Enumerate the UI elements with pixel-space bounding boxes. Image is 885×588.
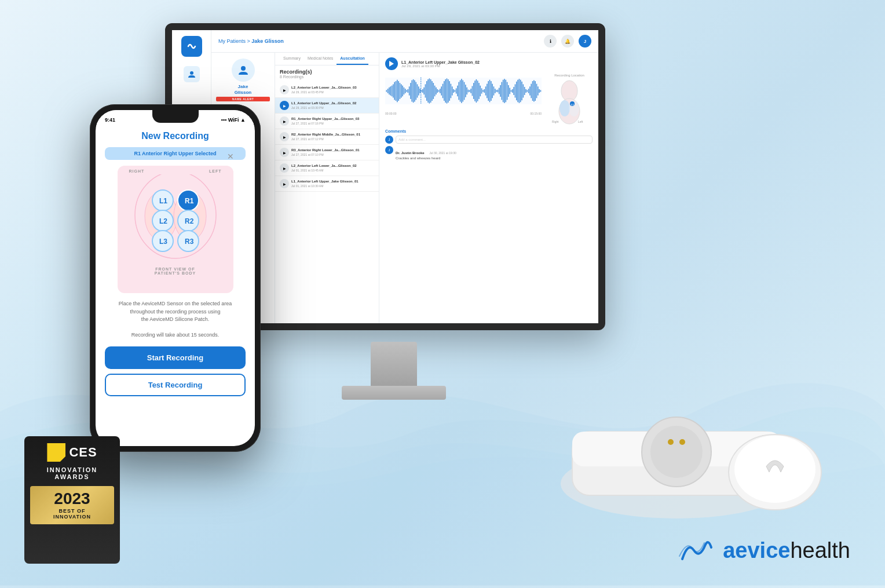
phone-signal-icons: ▪▪▪ WiFi ▲ — [221, 117, 246, 123]
recording-item-1[interactable]: ▶ L2_Anterior Left Lower_Ja...Glisson_03… — [275, 82, 379, 98]
svg-rect-59 — [460, 80, 461, 101]
svg-rect-81 — [489, 80, 491, 103]
hardware-device — [549, 356, 850, 542]
recording-name-1: L2_Anterior Left Lower_Ja...Glisson_03 — [291, 86, 357, 90]
comment-input[interactable]: Add a comment... — [396, 136, 593, 144]
brand-name: aevicehealth — [723, 538, 850, 563]
breadcrumb-my-patients[interactable]: My Patients — [218, 38, 246, 44]
svg-text:R3: R3 — [185, 238, 194, 246]
recordings-count: 8 Recordings — [280, 75, 374, 79]
recording-item-5[interactable]: ▶ R3_Anterior Right Lower_Ja...Glisson_0… — [275, 145, 379, 160]
svg-rect-17 — [404, 87, 405, 94]
test-recording-button[interactable]: Test Recording — [105, 374, 246, 396]
chest-diagram-bg: RIGHT LEFT R1 — [118, 166, 233, 293]
recording-item-7[interactable]: ▶ L1_Anterior Left Upper_Jake Glisson_01… — [275, 176, 379, 192]
svg-rect-113 — [532, 81, 533, 101]
svg-rect-52 — [451, 84, 452, 98]
recording-icon-6: ▶ — [280, 163, 289, 173]
comment-body: Dr. Justin Brooke Jul 30, 2021 at 19:30 … — [396, 146, 593, 160]
recording-name-6: L2_Anterior Left Lower_Ja...Glisson_02 — [291, 164, 357, 169]
recordings-title: Recording(s) — [280, 69, 374, 75]
svg-rect-64 — [466, 87, 467, 94]
svg-marker-2 — [389, 61, 394, 67]
time-end: 00:15:00 — [531, 112, 542, 115]
svg-rect-56 — [456, 88, 457, 93]
patient-avatar — [232, 59, 255, 82]
year-text: 2023 — [32, 491, 112, 507]
start-recording-button[interactable]: Start Recording — [105, 346, 246, 369]
svg-rect-49 — [447, 78, 448, 103]
recordings-header: Recording(s) 8 Recordings — [275, 65, 379, 82]
info-icon[interactable]: ℹ — [544, 35, 557, 48]
bell-icon[interactable]: 🔔 — [561, 35, 574, 48]
play-button[interactable] — [385, 57, 398, 70]
svg-point-1 — [241, 66, 246, 71]
front-view-label: FRONT VIEW OFPATIENT'S BODY — [118, 267, 233, 280]
svg-rect-42 — [437, 89, 438, 93]
svg-rect-50 — [448, 79, 449, 103]
svg-rect-85 — [495, 89, 496, 93]
recording-date-5: Jul 27, 2021 at 07:10 PM — [291, 153, 360, 156]
app-content: Jake Glisson NAME ALERT Patient's MRN 19… — [211, 53, 598, 323]
svg-rect-96 — [509, 88, 510, 94]
svg-rect-61 — [462, 80, 463, 101]
svg-rect-12 — [397, 80, 398, 103]
svg-rect-66 — [469, 90, 470, 92]
diagram-left-label: LEFT — [209, 169, 222, 173]
svg-rect-28 — [418, 86, 419, 95]
svg-rect-33 — [425, 84, 426, 97]
svg-rect-108 — [525, 89, 526, 93]
svg-rect-71 — [476, 79, 477, 103]
tab-medical-notes[interactable]: Medical Notes — [304, 53, 337, 65]
svg-rect-31 — [422, 89, 423, 93]
user-avatar[interactable]: J — [579, 35, 591, 48]
svg-rect-89 — [500, 85, 501, 97]
svg-point-0 — [190, 71, 193, 75]
time-labels: 00:00:00 00:15:00 — [385, 112, 542, 115]
recording-item-6[interactable]: ▶ L2_Anterior Left Lower_Ja...Glisson_02… — [275, 160, 379, 176]
comments-section: Comments J Add a comment... J Dr. Justin… — [385, 129, 593, 160]
svg-rect-24 — [413, 79, 414, 103]
svg-text:L3: L3 — [159, 238, 167, 246]
phone-chest-svg: R1 L1 R2 L2 R3 — [118, 174, 233, 267]
name-alert-badge: NAME ALERT — [216, 97, 270, 101]
recording-item-2[interactable]: ▶ L1_Anterior Left Upper_Ja...Glisson_02… — [275, 98, 379, 114]
svg-point-123 — [559, 100, 570, 116]
svg-rect-15 — [401, 84, 402, 97]
recording-date-6: Jul 01, 2021 at 10:45 AM — [291, 169, 357, 172]
svg-rect-29 — [419, 89, 420, 93]
tab-summary[interactable]: Summary — [280, 53, 304, 65]
recording-item-3[interactable]: ▶ R1_Anterior Right Upper_Ja...Glisson_0… — [275, 114, 379, 129]
detail-recording-name: L1_Anterior Left Upper_Jake Glisson_02 — [401, 60, 480, 64]
svg-rect-102 — [517, 80, 518, 103]
svg-rect-54 — [453, 89, 454, 93]
waveform-svg — [385, 74, 542, 108]
svg-rect-51 — [449, 81, 450, 101]
svg-rect-58 — [459, 82, 460, 100]
svg-rect-47 — [444, 81, 445, 101]
brand-container: aevicehealth — [676, 536, 850, 565]
svg-rect-20 — [408, 89, 409, 93]
recording-icon-5: ▶ — [280, 148, 289, 157]
recording-item-4[interactable]: ▶ R2_Anterior Right Middle_Ja...Glisson_… — [275, 129, 379, 145]
svg-rect-63 — [465, 85, 466, 97]
svg-rect-23 — [412, 80, 413, 101]
svg-point-149 — [668, 439, 674, 445]
patient-name: Jake Glisson — [216, 84, 270, 95]
breadcrumb-patient[interactable]: Jake Glisson — [251, 38, 284, 44]
tab-auscultation[interactable]: Auscultation — [337, 53, 368, 65]
phone-close-button[interactable]: ✕ — [227, 152, 234, 161]
recording-name-2: L1_Anterior Left Upper_Ja...Glisson_02 — [291, 101, 356, 106]
detail-recording-date: Jul 29, 2021 at 03:30 PM — [401, 64, 480, 68]
user-comment-avatar: J — [385, 136, 393, 144]
svg-rect-7 — [390, 86, 391, 95]
svg-rect-44 — [440, 89, 441, 93]
waveform-container: 00:00:00 00:15:00 — [385, 74, 542, 126]
svg-rect-38 — [431, 81, 433, 101]
svg-rect-110 — [528, 89, 529, 93]
sidebar-patients-icon[interactable] — [184, 66, 200, 82]
svg-rect-57 — [457, 86, 458, 97]
body-diagram-svg: L1 Right Left — [549, 79, 590, 126]
svg-rect-11 — [396, 81, 397, 101]
svg-point-152 — [734, 436, 815, 503]
